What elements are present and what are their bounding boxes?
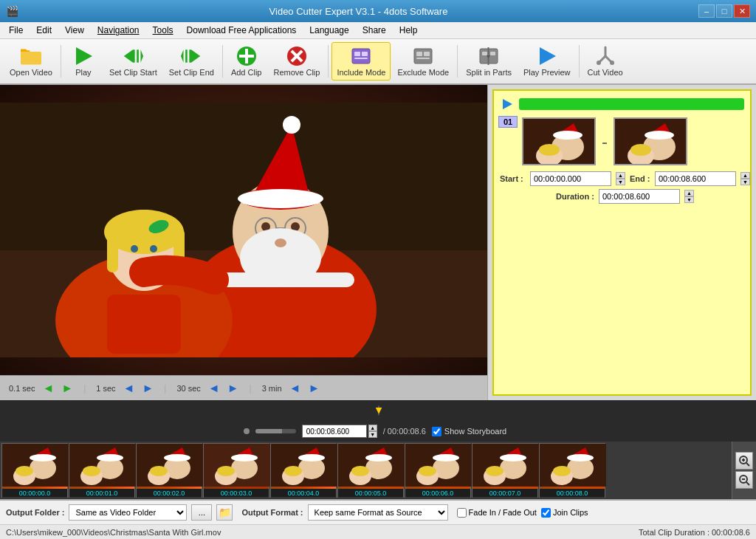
split-in-parts-button[interactable]: Split in Parts: [461, 42, 517, 80]
menu-navigation[interactable]: Navigation: [92, 24, 145, 37]
start-spin-down[interactable]: ▼: [616, 179, 625, 185]
menubar: File Edit View Navigation Tools Download…: [0, 22, 756, 39]
frame-time-1: 00:00:01.0: [69, 489, 134, 498]
menu-language[interactable]: Language: [303, 24, 354, 37]
end-spin-up[interactable]: ▲: [740, 172, 750, 179]
start-spin[interactable]: ▲ ▼: [616, 172, 625, 185]
storyboard-frame-1[interactable]: 00:00:01.0: [69, 443, 135, 498]
play-preview-button[interactable]: Play Preview: [518, 42, 576, 80]
storyboard-frame-0[interactable]: 00:00:00.0: [1, 443, 68, 498]
remove-clip-button[interactable]: Remove Clip: [268, 42, 325, 80]
time-spin-down[interactable]: ▼: [368, 431, 377, 438]
storyboard-frame-8[interactable]: 00:00:08.0: [539, 443, 605, 498]
current-time-display[interactable]: [302, 425, 367, 438]
storyboard-frame-6[interactable]: 00:00:06.0: [405, 443, 471, 498]
include-mode-icon: [351, 46, 371, 66]
folder-icon-button[interactable]: 📁: [216, 504, 233, 521]
end-spin-down[interactable]: ▼: [740, 179, 750, 185]
menu-share[interactable]: Share: [357, 24, 392, 37]
frame-img-4: [271, 444, 336, 489]
end-field[interactable]: [655, 171, 736, 186]
output-format-label: Output Format :: [241, 508, 303, 517]
nav-left-01sec[interactable]: ◄: [42, 382, 54, 395]
nav-right-30sec[interactable]: ►: [227, 382, 239, 395]
left-column: 0.1 sec ◄ ► | 1 sec ◄ ► | 30 sec ◄ ► | 3…: [0, 85, 487, 400]
svg-point-86: [97, 454, 123, 461]
duration-spin-down[interactable]: ▼: [684, 196, 694, 203]
play-button[interactable]: Play: [64, 42, 103, 80]
storyboard-frame-3[interactable]: 00:00:03.0: [203, 443, 269, 498]
svg-rect-21: [354, 58, 368, 59]
storyboard-frame-7[interactable]: 00:00:07.0: [472, 443, 538, 498]
svg-marker-4: [124, 49, 133, 63]
join-clips-checkbox-label[interactable]: Join Clips: [541, 508, 588, 518]
storyboard-toggle[interactable]: Show Storyboard: [432, 427, 506, 436]
time-spin-up[interactable]: ▲: [368, 425, 377, 431]
svg-point-118: [419, 466, 436, 476]
time-spin[interactable]: ▲ ▼: [368, 425, 377, 438]
join-clips-checkbox[interactable]: [541, 508, 551, 518]
add-clip-button[interactable]: Add Clip: [226, 42, 267, 80]
zoom-in-icon: [738, 455, 750, 467]
set-clip-start-button[interactable]: Set Clip Start: [104, 42, 162, 80]
frame-time-3: 00:00:03.0: [204, 489, 269, 498]
menu-help[interactable]: Help: [394, 24, 424, 37]
output-format-dropdown[interactable]: Keep same Format as Source: [308, 504, 448, 521]
start-spin-up[interactable]: ▲: [616, 172, 625, 179]
include-mode-button[interactable]: Include Mode: [331, 42, 391, 80]
split-in-parts-label: Split in Parts: [466, 68, 512, 77]
svg-point-82: [16, 466, 33, 476]
include-mode-label: Include Mode: [337, 68, 385, 77]
exclude-mode-button[interactable]: Exclude Mode: [392, 42, 454, 80]
output-folder-dropdown[interactable]: Same as Video Folder: [69, 504, 187, 521]
time-1sec-label: 1 sec: [96, 384, 115, 393]
fade-checkbox[interactable]: [457, 508, 467, 518]
nav-left-30sec[interactable]: ◄: [208, 382, 220, 395]
start-field[interactable]: [530, 171, 611, 186]
sep3: [328, 45, 329, 78]
browse-folder-button[interactable]: ...: [191, 504, 212, 521]
svg-point-68: [553, 131, 583, 140]
menu-view[interactable]: View: [59, 24, 90, 37]
volume-icon: [244, 428, 250, 434]
add-clip-label: Add Clip: [231, 68, 262, 77]
nav-left-1sec[interactable]: ◄: [123, 382, 135, 395]
clip-play-button[interactable]: [500, 97, 515, 111]
storyboard-frame-4[interactable]: 00:00:04.0: [270, 443, 337, 498]
cut-video-button[interactable]: Cut Video: [583, 42, 628, 80]
svg-rect-5: [133, 49, 135, 63]
duration-spin[interactable]: ▲ ▼: [684, 190, 694, 203]
nav-right-01sec[interactable]: ►: [61, 382, 73, 395]
zoom-out-button[interactable]: [735, 471, 753, 489]
nav-left-3min[interactable]: ◄: [289, 382, 301, 395]
menu-tools[interactable]: Tools: [147, 24, 179, 37]
play-preview-label: Play Preview: [523, 68, 571, 77]
window-controls: – □ ✕: [698, 4, 750, 18]
menu-download[interactable]: Download Free Applications: [181, 24, 303, 37]
duration-spin-up[interactable]: ▲: [684, 190, 694, 196]
volume-bar[interactable]: [255, 429, 296, 433]
main-row: 0.1 sec ◄ ► | 1 sec ◄ ► | 30 sec ◄ ► | 3…: [0, 85, 756, 400]
svg-marker-64: [503, 99, 512, 109]
zoom-in-button[interactable]: [735, 452, 753, 470]
open-video-button[interactable]: Open Video: [4, 42, 58, 80]
close-button[interactable]: ✕: [734, 4, 750, 18]
end-spin[interactable]: ▲ ▼: [740, 172, 750, 185]
nav-right-1sec[interactable]: ►: [142, 382, 154, 395]
minimize-button[interactable]: –: [698, 4, 715, 18]
svg-marker-7: [141, 49, 144, 63]
storyboard-frame-5[interactable]: 00:00:05.0: [337, 443, 404, 498]
maximize-button[interactable]: □: [716, 4, 732, 18]
frame-img-3: [204, 444, 269, 489]
menu-edit[interactable]: Edit: [30, 24, 58, 37]
storyboard-frame-2[interactable]: 00:00:02.0: [136, 443, 202, 498]
duration-field[interactable]: [599, 189, 680, 204]
nav-right-3min[interactable]: ►: [308, 382, 320, 395]
thumb-end-img: [615, 119, 687, 165]
set-clip-end-button[interactable]: Set Clip End: [164, 42, 219, 80]
fade-checkbox-label[interactable]: Fade In / Fade Out: [457, 508, 537, 518]
frame-img-0: [2, 444, 67, 489]
set-clip-end-label: Set Clip End: [169, 68, 214, 77]
storyboard-checkbox[interactable]: [432, 427, 441, 436]
menu-file[interactable]: File: [3, 24, 29, 37]
